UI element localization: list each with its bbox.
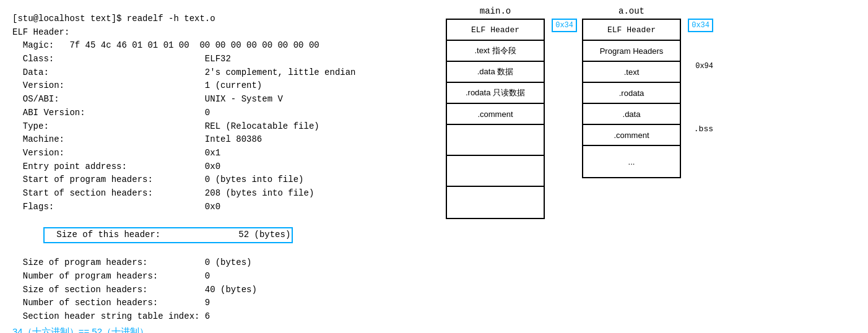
a-out-rodata: .rodata [583,83,680,104]
terminal-line-11: Version: 0x1 [12,147,433,160]
terminal-line-4: Class: ELF32 [12,53,433,66]
a-out-comment: .comment [583,125,680,146]
a-out-ellipsis: ... [583,146,680,177]
a-out-data: .data [583,104,680,125]
main-o-rodata: .rodata 只读数据 [447,83,544,104]
highlighted-line: Size of this header: 52 (bytes) [12,214,433,256]
main-o-offset-badge: 0x34 [552,19,577,32]
main-o-empty-2 [447,156,544,187]
terminal-line-16: Size of section headers: 40 (bytes) [12,283,433,297]
main-o-empty-3 [447,187,544,218]
terminal-line-3: Magic: 7f 45 4c 46 01 01 01 00 00 00 00 … [12,39,433,53]
terminal-line-6: Version: 1 (current) [12,79,433,93]
terminal-line-13: Start of program headers: 0 (bytes into … [12,173,433,187]
terminal-line-12: Entry point address: 0x0 [12,160,433,174]
bss-label: .bss [694,124,713,134]
highlight-box: Size of this header: 52 (bytes) [43,227,293,243]
terminal-line-after-1: Size of program headers: 0 (bytes) [12,256,433,270]
a-out-wrapper: ELF Header Program Headers .text .rodata… [582,19,681,178]
a-out-diagram: a.out ELF Header Program Headers .text .… [582,6,681,178]
terminal-line-9: Type: REL (Relocatable file) [12,120,433,134]
terminal-section: [stu@localhost text]$ readelf -h text.o … [12,6,433,333]
a-out-program-headers: Program Headers [583,41,680,62]
main-o-text: .text 指令段 [447,41,544,62]
a-out-text: .text [583,62,680,83]
a-out-elf-header: ELF Header [583,20,680,41]
terminal-line-15: Flags: 0x0 [12,201,433,214]
terminal-line-8: ABI Version: 0 [12,106,433,120]
terminal-line-14: Start of section headers: 208 (bytes int… [12,187,433,201]
main-o-data: .data 数据 [447,62,544,83]
main-o-diagram: main.o ELF Header .text 指令段 .data 数据 .ro… [446,6,545,219]
terminal-line-2: ELF Header: [12,26,433,40]
main-o-elf-header: ELF Header [447,20,544,41]
terminal-line-18: Section header string table index: 6 [12,310,433,324]
terminal-line-17: Number of section headers: 9 [12,296,433,310]
diagrams-section: main.o ELF Header .text 指令段 .data 数据 .ro… [446,6,681,333]
hex-note: 34（十六进制）== 52（十进制） [12,326,433,333]
terminal-line-after-2: Number of program headers: 0 [12,270,433,283]
terminal-line-5: Data: 2's complement, little endian [12,66,433,80]
a-out-title: a.out [582,6,681,16]
terminal-line-1: [stu@localhost text]$ readelf -h text.o [12,12,433,26]
terminal-line-10: Machine: Intel 80386 [12,133,433,147]
main-o-wrapper: ELF Header .text 指令段 .data 数据 .rodata 只读… [446,19,545,219]
main-o-comment: .comment [447,104,544,125]
a-out-boxes: ELF Header Program Headers .text .rodata… [582,19,681,178]
terminal-line-7: OS/ABI: UNIX - System V [12,93,433,106]
main-o-boxes: ELF Header .text 指令段 .data 数据 .rodata 只读… [446,19,545,219]
a-out-offset-2: 0x94 [695,62,713,71]
a-out-offset-1: 0x34 [688,19,713,32]
main-o-title: main.o [446,6,545,16]
main-o-empty-1 [447,125,544,156]
